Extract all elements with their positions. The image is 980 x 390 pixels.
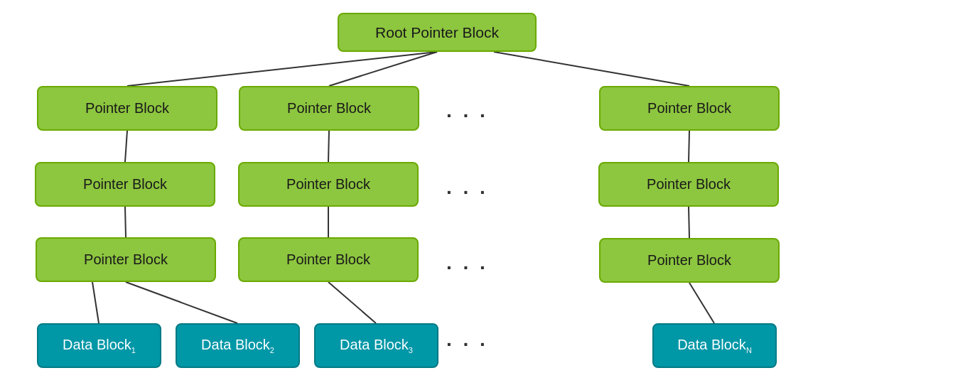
horizontal-dots-row4: . . .	[446, 328, 488, 351]
pointer-block-pb3: Pointer Block	[599, 86, 780, 131]
data-block-2: Data Block2	[176, 323, 300, 368]
data-block-n: Data BlockN	[652, 323, 777, 368]
pointer-block-pb7: Pointer Block	[36, 237, 216, 282]
svg-line-12	[689, 283, 714, 323]
pb1-label: Pointer Block	[85, 100, 169, 117]
db3-label: Data Block3	[340, 337, 413, 354]
pointer-block-pb8: Pointer Block	[238, 237, 419, 282]
root-pointer-block: Root Pointer Block	[338, 13, 537, 52]
pb8-label: Pointer Block	[286, 251, 370, 268]
pb3-label: Pointer Block	[647, 100, 731, 117]
dbn-label: Data BlockN	[677, 337, 752, 354]
pb9-label: Pointer Block	[647, 252, 731, 269]
svg-line-0	[127, 52, 437, 86]
pb7-label: Pointer Block	[84, 251, 168, 268]
pointer-block-pb4: Pointer Block	[35, 162, 215, 207]
pb6-label: Pointer Block	[647, 176, 731, 193]
pointer-block-pb2: Pointer Block	[239, 86, 419, 131]
svg-line-10	[126, 282, 237, 323]
svg-line-2	[494, 52, 689, 86]
svg-line-3	[125, 131, 127, 162]
pointer-block-pb9: Pointer Block	[599, 238, 780, 283]
horizontal-dots-row2: . . .	[446, 176, 488, 199]
db1-label: Data Block1	[63, 337, 136, 354]
pb2-label: Pointer Block	[287, 100, 371, 117]
data-block-1: Data Block1	[37, 323, 161, 368]
root-pointer-block-label: Root Pointer Block	[375, 24, 499, 41]
pointer-block-pb5: Pointer Block	[238, 162, 419, 207]
svg-line-11	[328, 282, 376, 323]
svg-line-1	[329, 52, 437, 86]
horizontal-dots-row1: . . .	[446, 99, 488, 122]
horizontal-dots-row3: . . .	[446, 251, 488, 274]
svg-line-9	[92, 282, 99, 323]
svg-line-5	[328, 131, 329, 162]
pointer-block-pb6: Pointer Block	[598, 162, 779, 207]
pb4-label: Pointer Block	[83, 176, 167, 193]
pb5-label: Pointer Block	[286, 176, 370, 193]
diagram-container: Root Pointer Block Pointer Block Pointer…	[0, 0, 980, 390]
data-block-3: Data Block3	[314, 323, 438, 368]
pointer-block-pb1: Pointer Block	[37, 86, 217, 131]
svg-line-8	[689, 207, 689, 238]
svg-line-7	[689, 131, 689, 162]
db2-label: Data Block2	[201, 337, 274, 354]
svg-line-4	[125, 207, 126, 237]
